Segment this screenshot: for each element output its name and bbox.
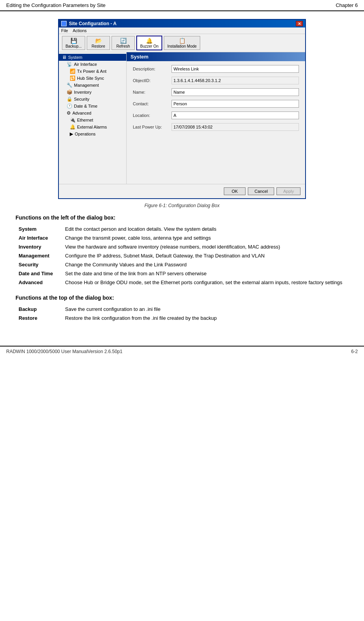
air-interface-icon: 📡 <box>67 62 72 67</box>
page-footer: RADWIN 1000/2000/5000 User ManualVersion… <box>0 346 364 357</box>
sidebar-label-air-interface: Air Interface <box>74 62 97 67</box>
sidebar-label-system: System <box>68 55 82 60</box>
def-restore: Restore the link configuration from the … <box>62 314 349 323</box>
sidebar-label-inventory: Inventory <box>74 90 91 94</box>
sidebar-item-hub-site[interactable]: 🔁 Hub Site Sync <box>59 75 126 82</box>
dialog-close-button[interactable]: ✕ <box>296 21 303 26</box>
sidebar-item-advanced[interactable]: ⚙ Advanced <box>59 110 126 117</box>
form-row-location: Location: <box>133 112 299 119</box>
sidebar-item-inventory[interactable]: 📦 Inventory <box>59 89 126 96</box>
installation-icon: 📋 <box>179 38 185 44</box>
def-management: Configure the IP address, Subnet Mask, D… <box>62 251 349 260</box>
def-date-time: Set the date and time of the link from a… <box>62 269 349 278</box>
term-management: Management <box>15 251 62 260</box>
buzzer-icon: 🔔 <box>146 38 153 44</box>
table-row: Backup Save the current configuration to… <box>15 305 349 314</box>
functions-table-top: Backup Save the current configuration to… <box>15 305 349 323</box>
dialog-form: Description: ObjectID: Name: Con <box>127 61 305 139</box>
dialog-main-header: System <box>127 52 305 61</box>
sidebar-item-air-interface[interactable]: 📡 Air Interface <box>59 61 126 68</box>
def-air-interface: Change the transmit power, cable loss, a… <box>62 233 349 242</box>
tx-power-icon: 📶 <box>70 69 76 74</box>
inventory-icon: 📦 <box>67 89 72 95</box>
sidebar-item-tx-power[interactable]: 📶 Tx Power & Ant <box>59 68 126 75</box>
operations-icon: ▶ <box>70 131 73 137</box>
sidebar-item-operations[interactable]: ▶ Operations <box>59 130 126 137</box>
main-panel-title: System <box>130 54 148 60</box>
term-security: Security <box>15 260 62 269</box>
apply-button[interactable]: Apply <box>276 187 300 195</box>
dialog-footer: OK Cancel Apply <box>59 184 305 198</box>
table-row: Security Change the Community Values and… <box>15 260 349 269</box>
system-icon: 🖥 <box>62 55 67 60</box>
sidebar-label-operations: Operations <box>75 132 96 136</box>
dialog-main: System Description: ObjectID: Name: <box>127 52 305 184</box>
input-description[interactable] <box>172 65 299 73</box>
footer-right: 6-2 <box>351 349 358 354</box>
form-row-last-power-up: Last Power Up: <box>133 123 299 131</box>
term-inventory: Inventory <box>15 242 62 251</box>
dialog-titlebar-left: Site Configuration - A <box>61 21 117 26</box>
menu-file[interactable]: File <box>61 28 68 33</box>
toolbar-buzzer[interactable]: 🔔 Buzzer On <box>136 36 162 50</box>
sidebar-label-tx-power: Tx Power & Ant <box>77 69 106 74</box>
dialog-toolbar: 💾 Backup... 📂 Restore 🔄 Refresh 🔔 Buzzer… <box>59 34 305 52</box>
sidebar-label-advanced: Advanced <box>72 111 91 115</box>
page-content: Site Configuration - A ✕ File Actions 💾 … <box>0 11 364 338</box>
sidebar-item-management[interactable]: 🔧 Management <box>59 82 126 89</box>
toolbar-installation[interactable]: 📋 Installation Mode <box>164 36 200 50</box>
footer-left: RADWIN 1000/2000/5000 User ManualVersion… <box>6 349 122 354</box>
def-security: Change the Community Values and the Link… <box>62 260 349 269</box>
term-restore: Restore <box>15 314 62 323</box>
sidebar-label-management: Management <box>74 83 99 87</box>
table-row: Inventory View the hardware and software… <box>15 242 349 251</box>
sidebar-item-ethernet[interactable]: 🔌 Ethernet <box>59 117 126 124</box>
toolbar-restore[interactable]: 📂 Restore <box>87 36 110 50</box>
form-row-description: Description: <box>133 65 299 73</box>
date-time-icon: 🕐 <box>67 103 72 109</box>
toolbar-buzzer-label: Buzzer On <box>140 44 158 48</box>
sidebar-item-system[interactable]: 🖥 System <box>59 54 126 61</box>
input-last-power-up <box>172 123 299 131</box>
term-air-interface: Air Interface <box>15 233 62 242</box>
sidebar-label-external-alarms: External Alarms <box>77 125 107 129</box>
dialog-title: Site Configuration - A <box>69 21 117 26</box>
header-right: Chapter 6 <box>336 2 358 8</box>
form-row-contact: Contact: <box>133 100 299 108</box>
input-location[interactable] <box>172 112 299 119</box>
toolbar-backup[interactable]: 💾 Backup... <box>62 36 85 50</box>
dialog-menubar: File Actions <box>59 27 305 34</box>
table-row: Advanced Choose Hub or Bridge ODU mode, … <box>15 278 349 287</box>
section-heading-left: Functions on the left of the dialog box: <box>15 214 349 221</box>
label-description: Description: <box>133 67 172 71</box>
table-row: Restore Restore the link configuration f… <box>15 314 349 323</box>
label-location: Location: <box>133 113 172 118</box>
dialog-box: Site Configuration - A ✕ File Actions 💾 … <box>58 19 306 199</box>
dialog-titlebar: Site Configuration - A ✕ <box>59 20 305 27</box>
ok-button[interactable]: OK <box>224 187 246 195</box>
term-advanced: Advanced <box>15 278 62 287</box>
toolbar-refresh[interactable]: 🔄 Refresh <box>112 36 135 50</box>
label-contact: Contact: <box>133 101 172 106</box>
section-heading-top: Functions at the top of the dialog box: <box>15 295 349 301</box>
external-alarms-icon: 🔔 <box>70 124 76 130</box>
toolbar-backup-label: Backup... <box>65 44 82 48</box>
label-objectid: ObjectID: <box>133 78 172 83</box>
dialog-body: 🖥 System 📡 Air Interface 📶 Tx Power & An… <box>59 52 305 184</box>
dialog-sidebar: 🖥 System 📡 Air Interface 📶 Tx Power & An… <box>59 52 127 184</box>
sidebar-label-security: Security <box>74 97 89 101</box>
input-name[interactable] <box>172 88 299 96</box>
menu-actions[interactable]: Actions <box>73 28 87 33</box>
sidebar-item-date-time[interactable]: 🕐 Date & Time <box>59 103 126 110</box>
sidebar-label-hub-site: Hub Site Sync <box>77 76 104 81</box>
form-row-name: Name: <box>133 88 299 96</box>
sidebar-item-security[interactable]: 🔒 Security <box>59 96 126 103</box>
figure-caption: Figure 6-1: Configuration Dialog Box <box>15 203 349 208</box>
toolbar-restore-label: Restore <box>91 44 105 48</box>
sidebar-item-external-alarms[interactable]: 🔔 External Alarms <box>59 124 126 130</box>
input-contact[interactable] <box>172 100 299 108</box>
management-icon: 🔧 <box>67 82 72 88</box>
cancel-button[interactable]: Cancel <box>248 187 274 195</box>
def-system: Edit the contact person and location det… <box>62 225 349 233</box>
header-left: Editing the Configuration Parameters by … <box>6 2 106 8</box>
